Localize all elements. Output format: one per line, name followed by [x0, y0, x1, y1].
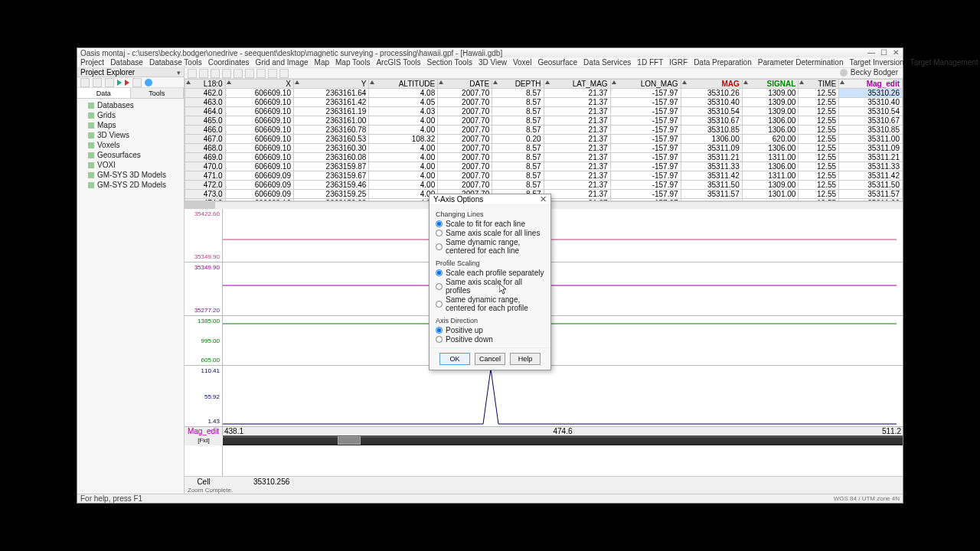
maximize-icon[interactable]: ☐ — [880, 50, 887, 56]
column-header[interactable]: DEPTH — [492, 80, 544, 89]
axis-label: 55.92 — [188, 393, 220, 400]
column-header[interactable]: X — [225, 80, 293, 89]
toolbar-button[interactable] — [211, 69, 220, 78]
tree-node[interactable]: Voxels — [88, 140, 179, 150]
table-row[interactable]: 463.0606609.102363161.424.052007.708.572… — [185, 98, 903, 107]
table-row[interactable]: 465.0606609.102363161.004.002007.708.572… — [185, 116, 903, 126]
folder-icon — [88, 162, 94, 168]
table-row[interactable]: 467.0606609.102363160.53108.322007.700.2… — [185, 135, 903, 144]
table-row[interactable]: 469.0606609.102363160.084.002007.708.572… — [185, 153, 903, 162]
menu-item[interactable]: Grid and Image — [256, 58, 309, 67]
tree-node[interactable]: Databases — [88, 100, 179, 110]
toolbar-button[interactable] — [268, 69, 277, 78]
menu-item[interactable]: IGRF — [669, 58, 688, 67]
radio-scale-fit-line[interactable]: Scale to fit for each line — [436, 220, 544, 228]
column-header[interactable]: SIGNAL — [742, 80, 799, 89]
radio-positive-up[interactable]: Positive up — [436, 326, 544, 334]
column-header[interactable]: Y — [293, 80, 368, 89]
tree-node[interactable]: GM-SYS 2D Models — [88, 180, 179, 190]
toolbar-button[interactable] — [279, 69, 289, 78]
zoom-status: Zoom Complete. — [185, 486, 903, 494]
tree-node[interactable]: VOXI — [88, 160, 179, 170]
data-grid[interactable]: L18:0XYALTITUDEDATEDEPTHLAT_MAGLON_MAGMA… — [185, 79, 903, 201]
toolbar-button[interactable] — [93, 78, 102, 87]
radio-scale-profile-separate[interactable]: Scale each profile separately — [436, 269, 544, 277]
toolbar-button[interactable] — [199, 69, 208, 78]
column-header[interactable]: MAG — [681, 80, 742, 89]
menu-item[interactable]: Database — [110, 58, 143, 67]
avatar-icon — [840, 69, 848, 77]
tree-node[interactable]: Maps — [88, 120, 179, 130]
table-row[interactable]: 472.0606609.092363159.464.002007.708.572… — [185, 181, 903, 190]
menubar: Project Database Database Tools Coordina… — [77, 57, 903, 68]
menu-item[interactable]: Section Tools — [427, 58, 472, 67]
menu-item[interactable]: Geosurface — [537, 58, 577, 67]
menu-item[interactable]: Database Tools — [149, 58, 202, 67]
radio-same-scale-lines[interactable]: Same axis scale for all lines — [436, 229, 544, 237]
group-label: Axis Direction — [436, 317, 544, 324]
dialog-close-icon[interactable]: ✕ — [540, 194, 547, 204]
menu-item[interactable]: Project — [80, 58, 104, 67]
table-row[interactable]: 466.0606609.102363160.784.002007.708.572… — [185, 126, 903, 135]
toolbar-button[interactable] — [132, 78, 142, 87]
menu-item[interactable]: Map — [315, 58, 329, 67]
column-header[interactable]: Mag_edit — [839, 80, 903, 89]
menu-item[interactable]: Coordinates — [208, 58, 250, 67]
project-explorer-panel: Project Explorer ▾ Data Tools Databases … — [77, 68, 185, 494]
play-red-icon[interactable] — [125, 80, 129, 86]
column-header[interactable]: DATE — [438, 80, 492, 89]
column-header[interactable]: LON_MAG — [610, 80, 681, 89]
tree-node[interactable]: GM-SYS 3D Models — [88, 170, 179, 180]
radio-same-scale-profiles[interactable]: Same axis scale for all profiles — [436, 278, 544, 295]
pin-icon[interactable]: ▾ — [177, 69, 181, 77]
toolbar-button[interactable] — [222, 69, 231, 78]
menu-item[interactable]: Parameter Determination — [758, 58, 844, 67]
tab-data[interactable]: Data — [77, 88, 131, 98]
fid-slider-thumb[interactable] — [338, 436, 361, 445]
radio-positive-down[interactable]: Positive down — [436, 335, 544, 344]
menu-item[interactable]: ArcGIS Tools — [376, 58, 420, 67]
tree-node[interactable]: 3D Views — [88, 130, 179, 140]
column-header[interactable]: ALTITUDE — [369, 80, 438, 89]
xaxis-value: 474.6 — [450, 427, 676, 435]
cancel-button[interactable]: Cancel — [475, 353, 505, 365]
menu-item[interactable]: 1D FFT — [637, 58, 663, 67]
menu-item[interactable]: Target Management — [910, 58, 978, 67]
tab-tools[interactable]: Tools — [131, 88, 185, 98]
toolbar-button[interactable] — [234, 69, 243, 78]
menu-item[interactable]: Voxel — [513, 58, 531, 67]
menu-item[interactable]: 3D View — [479, 58, 507, 67]
toolbar-button[interactable] — [105, 78, 114, 87]
toolbar-button[interactable] — [256, 69, 266, 78]
cell-label: Cell — [185, 478, 223, 486]
column-header[interactable]: LAT_MAG — [544, 80, 610, 89]
tree-node[interactable]: Grids — [88, 110, 179, 120]
close-icon[interactable]: ✕ — [892, 50, 900, 56]
menu-item[interactable]: Map Tools — [335, 58, 370, 67]
user-badge[interactable]: Becky Bodger — [840, 68, 898, 77]
minimize-icon[interactable]: — — [867, 50, 875, 56]
line-header[interactable]: L18:0 — [185, 80, 226, 89]
table-row[interactable]: 462.0606609.102363161.644.082007.708.572… — [185, 89, 903, 98]
menu-item[interactable]: Target Inversion — [849, 58, 903, 67]
menu-item[interactable]: Data Preparation — [694, 58, 752, 67]
table-row[interactable]: 468.0606609.102363160.304.002007.708.572… — [185, 144, 903, 153]
toolbar-button[interactable] — [80, 78, 90, 87]
table-row[interactable]: 470.0606609.102363159.874.002007.708.572… — [185, 162, 903, 171]
radio-dynamic-range-line[interactable]: Same dynamic range, centered for each li… — [436, 238, 544, 255]
fid-slider-track[interactable] — [223, 438, 903, 443]
ok-button[interactable]: OK — [439, 353, 470, 365]
axis-label: 1385.00 — [188, 318, 220, 324]
play-icon[interactable] — [117, 80, 122, 86]
toolbar-button[interactable] — [245, 69, 254, 78]
toolbar-button[interactable] — [188, 69, 197, 78]
tree-node[interactable]: Geosurfaces — [88, 150, 179, 160]
globe-icon[interactable] — [145, 79, 152, 86]
radio-dynamic-range-profile[interactable]: Same dynamic range, centered for each pr… — [436, 295, 544, 312]
menu-item[interactable]: Data Services — [583, 58, 631, 67]
table-row[interactable]: 464.0606609.102363161.194.032007.708.572… — [185, 107, 903, 116]
help-button[interactable]: Help — [510, 353, 541, 365]
column-header[interactable]: TIME — [799, 80, 839, 89]
table-row[interactable]: 471.0606609.092363159.674.002007.708.572… — [185, 171, 903, 181]
user-name: Becky Bodger — [851, 68, 898, 77]
